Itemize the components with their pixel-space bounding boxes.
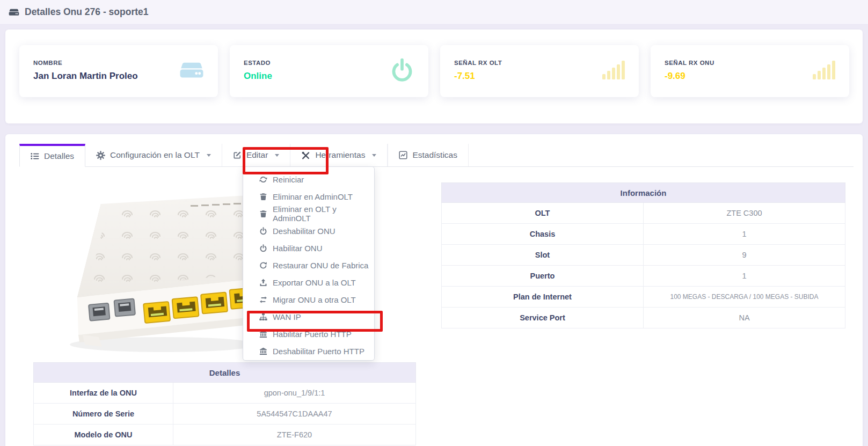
row-value: 9 — [644, 245, 845, 266]
tab-label: Estadísticas — [412, 150, 457, 160]
row-value: 5A544547C1DAAA47 — [173, 404, 416, 425]
row-label: Chasis — [442, 224, 644, 245]
menu-item-label: Eliminar en AdminOLT — [273, 192, 353, 201]
table-row: Número de Serie5A544547C1DAAA47 — [34, 404, 416, 425]
tab-label: Configuración en la OLT — [110, 150, 200, 160]
menu-item-restaurar-fabrica[interactable]: Restaurar ONU de Fabrica — [243, 257, 374, 274]
row-value: 1 — [644, 266, 845, 287]
stat-cards-panel: NOMBRE Jan Loran Martin Proleo ESTADO On… — [5, 30, 863, 123]
page-title: Detalles Onu 276 - soporte1 — [25, 6, 149, 18]
menu-item-deshabilitar-onu[interactable]: Deshabilitar ONU — [243, 222, 374, 239]
row-label: Interfaz de la ONU — [34, 383, 173, 404]
table-header: Información — [442, 183, 845, 203]
card-senal-rx-onu: SEÑAL RX ONU -9.69 — [651, 45, 849, 97]
signal-bars-icon — [602, 60, 625, 83]
menu-item-label: Habilitar Puerto HTTP — [273, 330, 352, 339]
tab-estadisticas[interactable]: Estadísticas — [388, 144, 469, 166]
menu-item-deshabilitar-puerto-http[interactable]: Deshabilitar Puerto HTTP — [243, 342, 374, 360]
table-row: Interfaz de la ONUgpon-onu_1/9/1:1 — [34, 383, 416, 404]
tab-label: Editar — [246, 150, 268, 160]
menu-item-label: Habilitar ONU — [273, 244, 323, 253]
chevron-down-icon — [372, 154, 376, 157]
menu-item-exportar-olt[interactable]: Exportar ONU a la OLT — [243, 274, 374, 291]
tab-detalles[interactable]: Detalles — [19, 144, 85, 167]
row-label: Slot — [442, 245, 644, 266]
row-label: Modelo de ONU — [34, 425, 173, 445]
menu-item-label: Eliminar en OLT y AdminOLT — [273, 204, 374, 223]
row-label: OLT — [442, 203, 644, 224]
row-label: Número de Serie — [34, 404, 173, 425]
tab-editar[interactable]: Editar — [222, 144, 291, 166]
card-estado: ESTADO Online — [230, 45, 428, 97]
row-label: Puerto — [442, 266, 644, 287]
menu-item-wan-ip[interactable]: WAN IP — [243, 308, 374, 325]
tools-icon — [301, 151, 310, 160]
table-row: Modelo de ONUZTE-F620 — [34, 425, 416, 445]
menu-item-habilitar-onu[interactable]: Habilitar ONU — [243, 239, 374, 257]
card-value status-badge: Online — [244, 71, 272, 82]
chevron-down-icon — [275, 154, 279, 157]
card-value: -9.69 — [665, 71, 685, 82]
card-value: -7.51 — [454, 71, 475, 82]
menu-item-label: Deshabilitar ONU — [273, 226, 335, 236]
table-row: OLTZTE C300 — [442, 203, 845, 224]
detalles-table: Detalles Interfaz de la ONUgpon-onu_1/9/… — [33, 362, 416, 445]
power-off-icon — [259, 227, 267, 235]
menu-item-habilitar-puerto-http[interactable]: Habilitar Puerto HTTP — [243, 325, 374, 342]
power-off-icon — [259, 244, 267, 252]
herramientas-dropdown-menu: Reiniciar Eliminar en AdminOLT Eliminar … — [243, 166, 375, 361]
menu-item-migrar-olt[interactable]: Migrar ONU a otra OLT — [243, 291, 374, 308]
row-value: ZTE-F620 — [173, 425, 416, 445]
row-value: gpon-onu_1/9/1:1 — [173, 383, 416, 404]
menu-item-label: Deshabilitar Puerto HTTP — [273, 347, 364, 356]
upload-icon — [259, 279, 267, 287]
page-header: Detalles Onu 276 - soporte1 — [0, 0, 868, 25]
signal-bars-icon — [813, 60, 835, 83]
row-value: 1 — [644, 224, 845, 245]
card-senal-rx-olt: SEÑAL RX OLT -7.51 — [440, 45, 639, 97]
menu-item-label: Exportar ONU a la OLT — [273, 278, 356, 287]
main-panel: Detalles Configuración en la OLT — [5, 134, 863, 446]
onu-device-photo — [59, 184, 266, 361]
table-header: Detalles — [34, 363, 416, 383]
card-value: Jan Loran Martin Proleo — [33, 71, 138, 82]
exchange-icon — [259, 296, 267, 304]
chevron-down-icon — [207, 154, 211, 157]
card-nombre: NOMBRE Jan Loran Martin Proleo — [19, 45, 218, 97]
tab-label: Herramientas — [315, 150, 365, 160]
table-row: Slot9 — [442, 245, 845, 266]
menu-item-eliminar-olt-adminolt[interactable]: Eliminar en OLT y AdminOLT — [243, 205, 374, 222]
gear-icon — [96, 151, 105, 160]
tab-label: Detalles — [44, 151, 74, 161]
table-row: Chasis1 — [442, 224, 845, 245]
tab-bar: Detalles Configuración en la OLT — [19, 144, 854, 167]
row-label: Service Port — [442, 308, 644, 328]
trash-icon — [259, 193, 267, 201]
tab-herramientas[interactable]: Herramientas — [290, 144, 388, 166]
menu-item-reiniciar[interactable]: Reiniciar — [243, 171, 374, 188]
trash-icon — [259, 210, 267, 218]
tab-configuracion-olt[interactable]: Configuración en la OLT — [85, 144, 222, 166]
row-value: NA — [644, 308, 845, 328]
table-row: Puerto1 — [442, 266, 845, 287]
row-value: ZTE C300 — [644, 203, 845, 224]
card-label: SEÑAL RX OLT — [454, 60, 502, 66]
bank-icon — [259, 330, 267, 338]
chart-icon — [399, 151, 407, 159]
redo-icon — [259, 261, 267, 269]
menu-item-label: Reiniciar — [273, 175, 304, 184]
informacion-table: Información OLTZTE C300Chasis1Slot9Puert… — [441, 182, 845, 328]
sitemap-icon — [259, 313, 267, 321]
card-label: NOMBRE — [33, 60, 62, 66]
row-label: Plan de Internet — [442, 287, 644, 308]
menu-item-label: Migrar ONU a otra OLT — [273, 295, 356, 304]
menu-item-eliminar-adminolt[interactable]: Eliminar en AdminOLT — [243, 188, 374, 205]
bank-icon — [259, 347, 267, 355]
menu-item-label: Restaurar ONU de Fabrica — [273, 261, 368, 270]
row-value: 100 MEGAS - DESCARGA / 100 MEGAS - SUBID… — [644, 287, 845, 308]
card-label: ESTADO — [244, 60, 271, 66]
edit-icon — [233, 151, 242, 159]
server-icon — [9, 8, 19, 17]
sync-icon — [259, 176, 267, 184]
server-icon — [179, 61, 204, 82]
